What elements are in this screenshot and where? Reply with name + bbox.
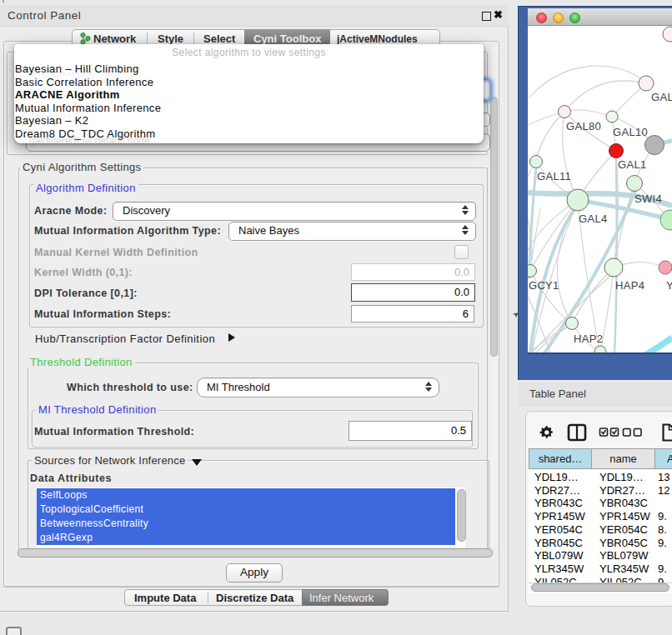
svg-text:GAL10: GAL10 [613, 126, 648, 138]
svg-text:GAL11: GAL11 [537, 170, 571, 182]
svg-text:HAP4: HAP4 [615, 279, 644, 292]
svg-text:GAL4: GAL4 [579, 212, 607, 225]
svg-text:GAL80: GAL80 [566, 120, 601, 132]
svg-text:HAP2: HAP2 [574, 332, 603, 345]
svg-text:GAL1: GAL1 [618, 158, 646, 171]
svg-text:SWI4: SWI4 [634, 192, 662, 205]
svg-text:Y: Y [666, 279, 672, 292]
svg-text:GCY1: GCY1 [529, 279, 559, 292]
svg-text:GAL7: GAL7 [651, 91, 672, 103]
